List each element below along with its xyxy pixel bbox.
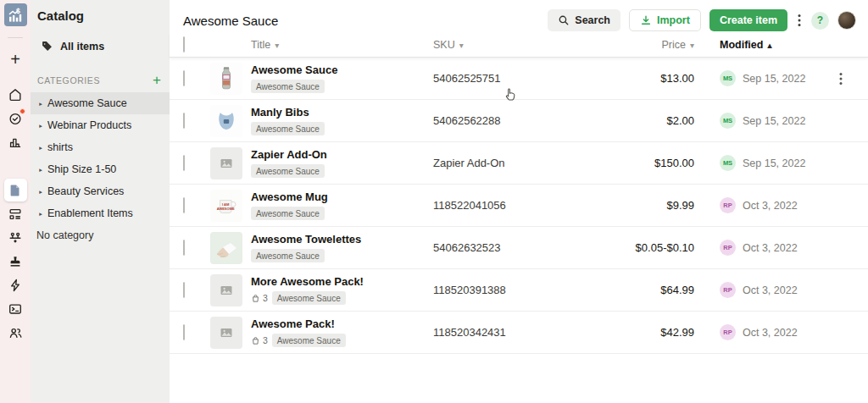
item-price: $42.99 [582,326,694,339]
sidebar-category-shirts[interactable]: ▸ shirts [31,136,170,158]
search-icon [558,14,570,26]
table-row[interactable]: Awesome Towelettes Awesome Sauce 5406263… [170,227,868,269]
row-checkbox[interactable] [183,197,185,213]
modified-date: Sep 15, 2022 [743,73,805,85]
activity-icon[interactable] [4,107,27,130]
item-sku: 118522041056 [433,199,582,212]
catalog-icon[interactable] [4,179,27,202]
item-sku: 118520391388 [433,284,582,296]
catalog-sidebar: Catalog All items CATEGORIES + ▸ Awesome… [31,0,170,403]
chevron-right-icon: ▸ [39,122,42,129]
sidebar-item-all-items[interactable]: All items [31,36,170,56]
item-thumbnail [210,317,242,349]
category-tag: Awesome Sauce [272,334,346,347]
kebab-menu-icon [798,14,801,27]
item-sku: 54062632523 [433,241,582,254]
item-title: Zapier Add-On [251,148,433,161]
chevron-right-icon: ▸ [39,100,42,107]
avatar[interactable] [837,11,856,30]
select-all-checkbox[interactable] [183,36,185,52]
routing-icon[interactable] [4,226,27,249]
item-sku: 54062562288 [433,114,582,127]
table-row[interactable]: More Awesome Pack! 3 Awesome Sauce 11852… [170,269,868,312]
column-header-modified[interactable]: Modified [694,39,837,51]
column-header-price[interactable]: Price [582,39,694,51]
user-badge: RP [720,197,736,213]
row-checkbox[interactable] [183,324,185,340]
help-button[interactable]: ? [811,12,829,30]
sidebar-category-ship-size-1-50[interactable]: ▸ Ship Size 1-50 [31,158,170,180]
item-price: $150.00 [582,157,694,169]
table-row[interactable]: Awesome Sauce Awesome Sauce 54062525751 … [170,58,868,100]
kebab-menu-icon [839,72,843,86]
rail-nav [4,83,27,345]
item-price: $13.00 [582,72,694,85]
main-content: Awesome Sauce Search Import Create item [170,0,868,403]
modified-date: Oct 3, 2022 [743,284,798,296]
sidebar-category-enablement-items[interactable]: ▸ Enablement Items [31,202,170,224]
sidebar-category-beauty-services[interactable]: ▸ Beauty Services [31,180,170,202]
category-tag: Awesome Sauce [251,164,325,178]
item-sku: Zapier Add-On [433,157,582,169]
item-title: Awesome Sauce [251,63,433,76]
table-row[interactable]: Zapier Add-On Awesome Sauce Zapier Add-O… [170,142,868,185]
item-thumbnail [210,105,242,137]
modified-date: Oct 3, 2022 [743,327,798,339]
item-title: Awesome Towelettes [251,233,433,246]
sidebar-category-webinar-products[interactable]: ▸ Webinar Products [31,114,170,136]
notification-dot [19,108,25,114]
table-row[interactable]: I AMAWESOME Awesome Mug Awesome Sauce 11… [170,185,868,227]
import-button[interactable]: Import [629,9,701,31]
column-header-title[interactable]: Title [251,39,433,51]
item-title: Manly Bibs [251,106,433,119]
table-row[interactable]: Manly Bibs Awesome Sauce 54062562288 $2.… [170,100,868,142]
modified-date: Oct 3, 2022 [743,242,798,254]
user-badge: MS [720,155,736,171]
sidebar-category-awesome-sauce[interactable]: ▸ Awesome Sauce [31,92,170,114]
user-badge: RP [720,324,736,340]
item-title: More Awesome Pack! [251,275,433,288]
more-options-button[interactable] [796,12,803,29]
main-header: Awesome Sauce Search Import Create item [170,0,868,32]
all-items-label: All items [60,41,104,52]
add-icon[interactable]: + [4,48,27,71]
row-checkbox[interactable] [183,155,185,171]
pack-count: 3 [251,293,268,303]
reports-icon[interactable] [4,130,27,153]
item-sku: 118520342431 [433,326,582,339]
modified-date: Sep 15, 2022 [743,115,805,127]
category-tag: Awesome Sauce [251,122,325,135]
page-title: Awesome Sauce [183,14,278,28]
terminal-icon[interactable] [4,297,27,320]
categories-label: CATEGORIES [37,75,100,86]
row-checkbox[interactable] [183,70,185,86]
orders-icon[interactable] [4,202,27,225]
chevron-right-icon: ▸ [39,144,42,151]
create-item-button[interactable]: Create item [709,9,787,31]
chevron-right-icon: ▸ [39,188,42,195]
item-thumbnail [210,63,242,95]
search-button[interactable]: Search [548,9,620,31]
modified-date: Sep 15, 2022 [743,157,805,169]
row-menu-button[interactable] [837,70,858,87]
row-checkbox[interactable] [183,113,185,129]
stamp-icon[interactable] [4,250,27,273]
automations-icon[interactable] [4,273,27,296]
row-checkbox[interactable] [183,240,185,256]
user-badge: MS [720,113,736,129]
sort-caret-icon [459,39,464,51]
column-header-sku[interactable]: SKU [433,39,582,51]
sales-logo-icon[interactable]: $ [4,3,27,26]
user-badge: MS [720,70,736,86]
sidebar-item-no-category[interactable]: No category [31,224,170,241]
add-category-icon[interactable]: + [153,73,161,87]
category-tag: Awesome Sauce [251,207,325,220]
svg-text:AWESOME: AWESOME [217,207,235,211]
row-checkbox[interactable] [183,282,185,298]
table-header: Title SKU Price Modified [170,32,868,58]
item-thumbnail [210,232,242,264]
bag-icon [251,294,260,303]
customers-icon[interactable] [4,321,27,344]
home-icon[interactable] [4,83,27,106]
table-row[interactable]: Awesome Pack! 3 Awesome Sauce 1185203424… [170,312,868,354]
